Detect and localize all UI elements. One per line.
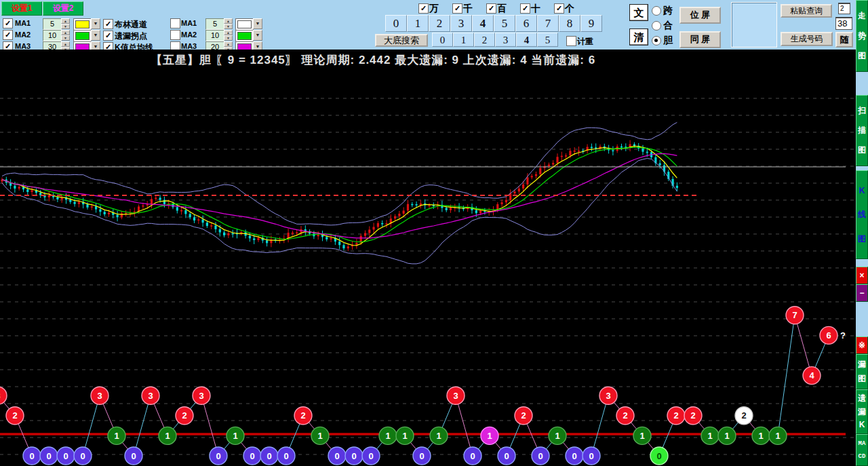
option-checkbox-布林通道[interactable]: ✓: [103, 19, 113, 29]
sidebar-label-char: 图: [858, 52, 866, 60]
ma-checkbox-MA1[interactable]: [170, 18, 180, 28]
sidebar-button-kline-chart[interactable]: K线图: [856, 170, 868, 259]
digit-button-0[interactable]: 0: [385, 15, 407, 32]
svg-text:1: 1: [233, 431, 237, 441]
tab-settings-2[interactable]: 设置2: [43, 1, 83, 16]
stepper-down-icon[interactable]: ▼: [61, 24, 70, 29]
stepper-up-icon[interactable]: ▲: [224, 30, 233, 35]
ma-checkbox-MA2[interactable]: ✓: [3, 30, 13, 40]
number-listbox[interactable]: [731, 2, 777, 47]
ma-period-stepper-MA2[interactable]: ▲▼: [224, 30, 233, 41]
wen-button[interactable]: 文: [629, 4, 648, 21]
digit-button-row2-4[interactable]: 4: [516, 33, 537, 47]
stepper-down-icon[interactable]: ▼: [224, 24, 233, 29]
qing-button[interactable]: 清: [629, 28, 648, 45]
ma-period-input-MA2[interactable]: 10: [205, 30, 224, 41]
digit-button-row2-3[interactable]: 3: [495, 33, 516, 47]
sui-random-button[interactable]: 随: [835, 32, 853, 47]
sidebar-button-scan-chart[interactable]: 扫描图: [856, 95, 868, 166]
sidebar-button-miss-k[interactable]: 遗漏K: [856, 389, 868, 434]
option-label-布林通道: 布林通道: [115, 19, 147, 31]
ma-color-swatch-MA1[interactable]: [235, 18, 254, 31]
sidebar-button-close[interactable]: ×: [856, 267, 868, 284]
jizhong-checkbox[interactable]: [566, 36, 576, 46]
ma-color-dropdown-icon-MA2[interactable]: ▼: [91, 30, 100, 41]
position-checkbox-万[interactable]: ✓: [418, 3, 429, 14]
sidebar-button-trend-chart[interactable]: 走势图: [856, 0, 868, 72]
digit-button-3[interactable]: 3: [450, 15, 472, 32]
ma-color-dropdown-icon-MA1[interactable]: ▼: [91, 18, 100, 29]
generate-numbers-button[interactable]: 生成号码: [781, 32, 833, 46]
ma-color-dropdown-icon-MA1[interactable]: ▼: [253, 18, 262, 29]
ma-color-swatch-MA1[interactable]: [73, 18, 92, 31]
radio-跨[interactable]: [652, 6, 661, 16]
ma-period-stepper-MA1[interactable]: ▲▼: [224, 18, 233, 30]
svg-text:6: 6: [826, 330, 831, 341]
ma-color-swatch-MA2[interactable]: [73, 30, 92, 42]
jizhong-label: 计重: [577, 36, 593, 47]
digit-button-row2-5[interactable]: 5: [537, 33, 558, 47]
ma-checkbox-MA1[interactable]: ✓: [3, 18, 13, 28]
sidebar-button-miss-chart[interactable]: 漏图: [856, 354, 868, 389]
ma-checkbox-MA2[interactable]: [170, 30, 180, 40]
svg-text:3: 3: [453, 391, 458, 401]
digit-button-row2-1[interactable]: 1: [453, 33, 474, 47]
radio-胆[interactable]: [652, 36, 661, 45]
sidebar-label-char: K: [859, 421, 865, 429]
tongping-button[interactable]: 同 屏: [679, 31, 721, 48]
chart-region: 【五星】胆 〖9 = 12345〗 理论周期: 2.442 最大遗漏: 9 上次…: [0, 50, 856, 466]
kline-and-omission-chart[interactable]: 3200003103123010002100011013010201003210…: [0, 50, 856, 466]
position-checkbox-十[interactable]: ✓: [520, 3, 530, 14]
ma-period-stepper-MA2[interactable]: ▲▼: [61, 30, 70, 41]
tab-settings-1[interactable]: 设置1: [1, 1, 42, 16]
stepper-up-icon[interactable]: ▲: [61, 18, 70, 24]
ma-period-input-MA1[interactable]: 5: [205, 18, 224, 30]
sidebar-button-macd[interactable]: MACD: [856, 434, 868, 466]
digit-button-row2-0[interactable]: 0: [432, 33, 453, 47]
weiping-button[interactable]: 位 屏: [679, 7, 721, 24]
ma-color-dropdown-icon-MA2[interactable]: ▼: [253, 30, 262, 41]
period-input-small[interactable]: 2: [838, 3, 850, 14]
svg-text:1: 1: [775, 431, 780, 441]
stepper-up-icon[interactable]: ▲: [224, 18, 233, 24]
stepper-up-icon[interactable]: ▲: [61, 41, 70, 47]
digit-button-4[interactable]: 4: [472, 15, 494, 32]
big-base-search-button[interactable]: 大底搜索: [375, 34, 428, 47]
color-swatch: [237, 20, 252, 28]
svg-text:1: 1: [724, 431, 729, 441]
stepper-up-icon[interactable]: ▲: [61, 30, 70, 35]
digit-button-7[interactable]: 7: [537, 15, 559, 32]
digit-button-1[interactable]: 1: [407, 15, 429, 32]
svg-text:2: 2: [521, 410, 526, 421]
paste-query-button[interactable]: 粘贴查询: [781, 4, 832, 18]
digit-button-2[interactable]: 2: [429, 15, 450, 32]
stepper-down-icon[interactable]: ▼: [224, 35, 233, 41]
sidebar-button-minimize[interactable]: −: [856, 284, 868, 302]
ma-period-input-MA2[interactable]: 10: [43, 30, 62, 41]
sidebar-label-char: 图: [858, 374, 866, 383]
sidebar-button-marker[interactable]: ※: [856, 336, 868, 354]
svg-text:3: 3: [0, 391, 1, 401]
stepper-up-icon[interactable]: ▲: [224, 41, 233, 47]
svg-text:0: 0: [250, 451, 254, 461]
position-checkbox-个[interactable]: ✓: [554, 3, 564, 14]
position-label-个: 个: [565, 3, 574, 15]
sidebar-label-char: −: [859, 289, 864, 298]
ma-color-swatch-MA2[interactable]: [235, 30, 254, 42]
digit-button-5[interactable]: 5: [494, 15, 515, 32]
position-checkbox-千[interactable]: ✓: [452, 3, 462, 14]
stepper-down-icon[interactable]: ▼: [61, 35, 70, 41]
digit-button-8[interactable]: 8: [559, 15, 580, 32]
svg-text:0: 0: [538, 451, 542, 461]
digit-button-9[interactable]: 9: [580, 15, 602, 32]
radio-合[interactable]: [652, 21, 661, 31]
option-checkbox-遗漏拐点[interactable]: ✓: [103, 31, 113, 41]
position-checkbox-百[interactable]: ✓: [486, 3, 496, 14]
digit-button-row2-2[interactable]: 2: [474, 33, 495, 47]
svg-text:2: 2: [300, 410, 305, 421]
ma-period-input-MA1[interactable]: 5: [43, 18, 62, 30]
sidebar-label-part: CD: [859, 453, 866, 460]
count-input[interactable]: 38: [835, 17, 852, 30]
ma-period-stepper-MA1[interactable]: ▲▼: [61, 18, 70, 30]
digit-button-6[interactable]: 6: [515, 15, 537, 32]
